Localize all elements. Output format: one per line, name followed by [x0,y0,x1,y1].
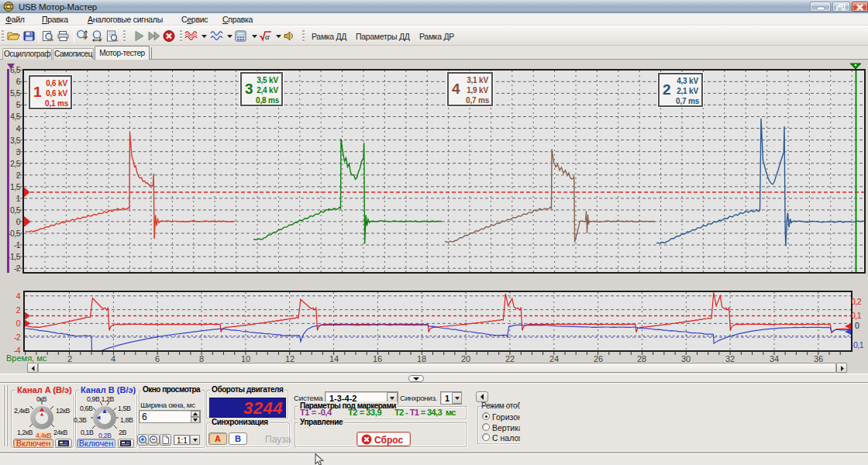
svg-text:α: α [265,32,270,41]
